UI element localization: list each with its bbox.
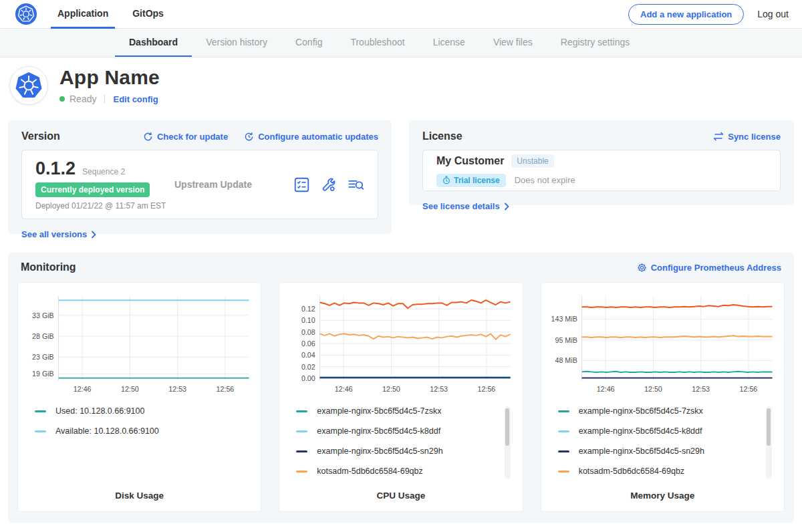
tab-version-history[interactable]: Version history [192, 29, 281, 57]
legend-label: example-nginx-5bc6f5d4c5-7zskx [317, 406, 441, 416]
tab-config[interactable]: Config [281, 29, 336, 57]
legend-label: example-nginx-5bc6f5d4c5-k8ddf [317, 426, 440, 436]
edit-config-link[interactable]: Edit config [113, 94, 158, 104]
legend-swatch [296, 430, 307, 432]
refresh-icon [143, 132, 153, 142]
svg-text:19 GiB: 19 GiB [32, 370, 54, 378]
svg-text:12:46: 12:46 [74, 385, 92, 393]
chart-title: Memory Usage [548, 491, 777, 503]
memory-usage-chart: 48 MiB95 MiB143 MiB12:4612:5012:5312:56 [548, 291, 777, 396]
configure-automatic-updates-button[interactable]: Configure automatic updates [244, 132, 378, 142]
configure-automatic-updates-label: Configure automatic updates [258, 132, 378, 142]
svg-text:0.08: 0.08 [301, 328, 315, 336]
deployed-badge: Currently deployed version [35, 182, 150, 197]
cpu-usage-chart-card: 0.000.020.040.060.080.100.1212:4612:5012… [279, 282, 523, 512]
charts-row: 19 GiB23 GiB28 GiB33 GiB12:4612:5012:531… [17, 282, 785, 512]
memory-usage-legend: example-nginx-5bc6f5d4c5-7zskxexample-ng… [558, 406, 777, 491]
sync-license-button[interactable]: Sync license [713, 132, 781, 142]
legend-item: example-nginx-5bc6f5d4c5-7zskx [296, 406, 498, 416]
legend-swatch [296, 450, 307, 452]
legend-item: example-nginx-5bc6f5d4c5-7zskx [558, 406, 760, 416]
gear-icon [637, 263, 647, 273]
monitoring-card: Monitoring Configure Prometheus Address … [8, 253, 794, 523]
svg-text:48 MiB: 48 MiB [555, 356, 577, 364]
disk-usage-chart: 19 GiB23 GiB28 GiB33 GiB12:4612:5012:531… [25, 291, 254, 396]
check-for-update-button[interactable]: Check for update [143, 132, 228, 142]
legend-label: example-nginx-5bc6f5d4c5-k8ddf [579, 426, 702, 436]
cpu-usage-legend: example-nginx-5bc6f5d4c5-7zskxexample-ng… [296, 406, 515, 491]
chevron-right-icon [504, 203, 509, 211]
svg-text:0.04: 0.04 [301, 351, 315, 359]
ready-status-dot [59, 96, 65, 102]
version-card: Version Check for update [8, 120, 392, 234]
legend-item: example-nginx-5bc6f5d4c5-k8ddf [558, 426, 760, 436]
tab-view-files[interactable]: View files [479, 29, 547, 57]
tab-troubleshoot[interactable]: Troubleshoot [336, 29, 418, 57]
legend-scrollbar[interactable] [505, 406, 511, 479]
legend-scrollbar[interactable] [766, 406, 772, 479]
svg-text:12:46: 12:46 [335, 385, 353, 393]
svg-text:12:46: 12:46 [596, 385, 614, 393]
svg-text:0.00: 0.00 [301, 374, 315, 382]
svg-text:28 GiB: 28 GiB [32, 332, 54, 340]
license-card-footer: See license details [422, 200, 781, 212]
license-card-title: License [422, 130, 462, 142]
dashboard-content: Version Check for update [0, 115, 802, 523]
stopwatch-icon [442, 176, 450, 184]
svg-text:143 MiB: 143 MiB [551, 315, 577, 323]
legend-swatch [558, 471, 569, 473]
legend-label: kotsadm-5db6dc6584-69qbz [317, 467, 422, 476]
version-number: 0.1.2 [35, 158, 76, 179]
svg-text:95 MiB: 95 MiB [555, 336, 577, 344]
configure-prometheus-button[interactable]: Configure Prometheus Address [637, 263, 781, 273]
legend-label: example-nginx-5bc6f5d4c5-7zskx [579, 406, 703, 416]
license-expiry: Does not expire [515, 175, 575, 185]
cards-row: Version Check for update [8, 120, 794, 234]
legend-label: kotsadm-5db6dc6584-69qbz [579, 467, 684, 476]
customer-name: My Customer [436, 155, 504, 167]
svg-text:12:50: 12:50 [644, 385, 662, 393]
svg-text:12:50: 12:50 [382, 385, 400, 393]
tab-license[interactable]: License [419, 29, 479, 57]
svg-text:12:53: 12:53 [430, 385, 448, 393]
edit-config-tools-icon[interactable] [321, 177, 336, 192]
kubernetes-logo-icon [15, 3, 37, 25]
add-application-button[interactable]: Add a new application [628, 4, 744, 25]
chart-title: Disk Usage [25, 491, 254, 503]
see-license-details-label: See license details [422, 201, 500, 211]
topnav-tabs: ApplicationGitOps [51, 0, 181, 29]
kubernetes-app-logo-icon [14, 71, 43, 100]
current-version-panel: 0.1.2 Sequence 2 Currently deployed vers… [21, 150, 378, 219]
see-all-versions-link[interactable]: See all versions [21, 229, 96, 239]
status-row: Ready Edit config [59, 94, 160, 104]
memory-usage-chart-card: 48 MiB95 MiB143 MiB12:4612:5012:5312:56 … [541, 282, 785, 512]
legend-item: kotsadm-5db6dc6584-69qbz [558, 467, 760, 476]
tab-dashboard[interactable]: Dashboard [115, 29, 192, 57]
topnav-tab-gitops[interactable]: GitOps [126, 0, 170, 29]
version-card-actions: Check for update Configure automatic upd… [143, 132, 378, 142]
legend-scrollbar-thumb[interactable] [505, 408, 509, 446]
version-card-header: Version Check for update [21, 130, 378, 142]
preflight-checks-icon[interactable] [294, 177, 309, 192]
sequence-label: Sequence 2 [82, 167, 125, 176]
logout-link[interactable]: Log out [757, 9, 789, 19]
version-action-icons [294, 177, 364, 192]
license-card: License Sync license My C [409, 120, 794, 205]
svg-text:12:56: 12:56 [739, 385, 757, 393]
disk-usage-legend: Used: 10.128.0.66:9100Available: 10.128.… [35, 406, 254, 491]
legend-swatch [296, 410, 307, 412]
legend-label: example-nginx-5bc6f5d4c5-sn29h [579, 446, 704, 456]
legend-scrollbar-thumb[interactable] [767, 408, 771, 446]
deployed-timestamp: Deployed 01/21/22 @ 11:57 am EST [35, 201, 166, 211]
disk-usage-chart-card: 19 GiB23 GiB28 GiB33 GiB12:4612:5012:531… [17, 282, 261, 512]
see-license-details-link[interactable]: See license details [422, 201, 509, 211]
scheduled-update-icon [244, 132, 254, 142]
sync-icon [713, 132, 724, 141]
legend-item: kotsadm-5db6dc6584-69qbz [296, 467, 498, 476]
view-logs-icon[interactable] [348, 177, 364, 192]
tab-registry-settings[interactable]: Registry settings [547, 29, 644, 57]
topnav-tab-application[interactable]: Application [51, 0, 115, 29]
top-nav: ApplicationGitOps Add a new application … [0, 0, 802, 29]
legend-swatch [558, 430, 569, 432]
legend-swatch [35, 410, 46, 412]
